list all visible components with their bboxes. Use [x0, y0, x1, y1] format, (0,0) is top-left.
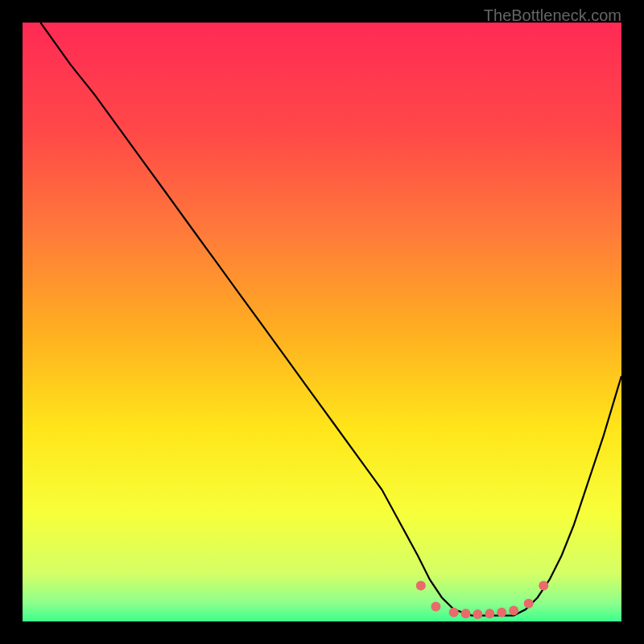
chart-container: TheBottleneck.com	[0, 0, 644, 644]
gradient-background	[23, 23, 621, 621]
valley-dot	[485, 609, 494, 618]
valley-dot	[497, 608, 506, 617]
valley-dot	[461, 609, 471, 618]
valley-dot	[473, 609, 482, 619]
valley-dot	[539, 580, 548, 590]
valley-dot	[524, 599, 534, 609]
valley-dot	[416, 580, 426, 590]
valley-dot	[509, 606, 518, 616]
plot-area	[23, 23, 621, 621]
valley-dot	[431, 601, 440, 611]
watermark-text: TheBottleneck.com	[484, 6, 621, 25]
chart-svg	[23, 23, 621, 621]
valley-dot	[449, 608, 459, 617]
